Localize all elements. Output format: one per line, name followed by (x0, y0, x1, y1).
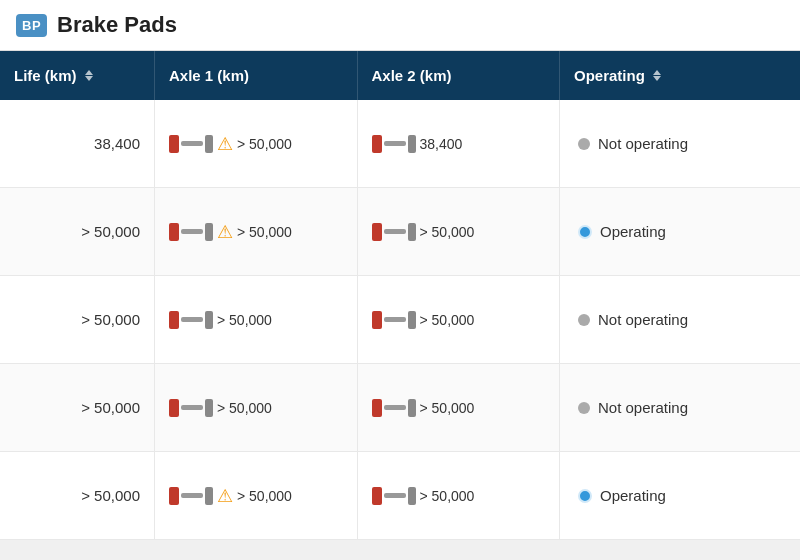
status-dot (578, 402, 590, 414)
pad-left-icon (169, 311, 179, 329)
cell-axle2: > 50,000 (358, 188, 561, 275)
col-life-label: Life (km) (14, 67, 77, 84)
axle2-inner: > 50,000 (372, 399, 475, 417)
axle2-value: > 50,000 (420, 488, 475, 504)
pad-track-icon (181, 317, 203, 322)
pad-right-icon (408, 487, 416, 505)
pad-right-icon (408, 223, 416, 241)
axle2-inner: > 50,000 (372, 487, 475, 505)
pad-track-icon (181, 405, 203, 410)
page-title: Brake Pads (57, 12, 177, 38)
pad-track-icon (181, 141, 203, 146)
axle2-pad-slider (372, 487, 416, 505)
table-row: 38,400 ⚠ > 50,000 38,400 Not operating (0, 100, 800, 188)
status-dot (578, 489, 592, 503)
table-body: 38,400 ⚠ > 50,000 38,400 Not operating >… (0, 100, 800, 540)
axle1-inner: ⚠ > 50,000 (169, 485, 292, 507)
axle1-inner: ⚠ > 50,000 (169, 221, 292, 243)
operating-label: Not operating (598, 311, 688, 328)
col-axle2: Axle 2 (km) (358, 51, 561, 100)
axle1-value: > 50,000 (217, 312, 272, 328)
app-header: BP Brake Pads (0, 0, 800, 51)
axle2-pad-slider (372, 399, 416, 417)
pad-track-icon (384, 317, 406, 322)
cell-axle1: > 50,000 (155, 276, 358, 363)
axle1-inner: > 50,000 (169, 399, 272, 417)
axle2-pad-slider (372, 135, 416, 153)
pad-left-icon (169, 487, 179, 505)
axle2-value: 38,400 (420, 136, 463, 152)
axle2-value: > 50,000 (420, 224, 475, 240)
cell-operating: Not operating (560, 276, 800, 363)
cell-life: 38,400 (0, 100, 155, 187)
warning-icon: ⚠ (217, 485, 233, 507)
axle1-pad-slider (169, 399, 213, 417)
cell-operating: Operating (560, 188, 800, 275)
cell-axle1: ⚠ > 50,000 (155, 188, 358, 275)
table-row: > 50,000 ⚠ > 50,000 > 50,000 Operating (0, 188, 800, 276)
operating-label: Not operating (598, 399, 688, 416)
table-row: > 50,000 ⚠ > 50,000 > 50,000 Operating (0, 452, 800, 540)
warning-icon: ⚠ (217, 133, 233, 155)
pad-track-icon (384, 493, 406, 498)
pad-right-icon (408, 311, 416, 329)
col-axle1-label: Axle 1 (km) (169, 67, 249, 84)
cell-operating: Operating (560, 452, 800, 539)
cell-axle2: 38,400 (358, 100, 561, 187)
axle2-value: > 50,000 (420, 312, 475, 328)
cell-axle2: > 50,000 (358, 276, 561, 363)
pad-left-icon (169, 135, 179, 153)
axle1-pad-slider (169, 487, 213, 505)
pad-track-icon (181, 493, 203, 498)
cell-axle2: > 50,000 (358, 452, 561, 539)
pad-right-icon (205, 135, 213, 153)
cell-axle1: ⚠ > 50,000 (155, 452, 358, 539)
pad-track-icon (181, 229, 203, 234)
col-operating[interactable]: Operating (560, 51, 800, 100)
cell-life: > 50,000 (0, 452, 155, 539)
axle1-value: > 50,000 (217, 400, 272, 416)
cell-life: > 50,000 (0, 364, 155, 451)
status-dot (578, 314, 590, 326)
axle1-value: > 50,000 (237, 488, 292, 504)
cell-axle2: > 50,000 (358, 364, 561, 451)
cell-operating: Not operating (560, 364, 800, 451)
pad-track-icon (384, 141, 406, 146)
status-dot (578, 138, 590, 150)
pad-right-icon (205, 487, 213, 505)
axle1-inner: ⚠ > 50,000 (169, 133, 292, 155)
pad-right-icon (408, 399, 416, 417)
pad-left-icon (372, 135, 382, 153)
bp-logo: BP (16, 14, 47, 37)
pad-right-icon (408, 135, 416, 153)
pad-left-icon (372, 311, 382, 329)
col-axle1: Axle 1 (km) (155, 51, 358, 100)
warning-icon: ⚠ (217, 221, 233, 243)
pad-left-icon (372, 487, 382, 505)
operating-label: Operating (600, 487, 666, 504)
pad-track-icon (384, 229, 406, 234)
cell-axle1: > 50,000 (155, 364, 358, 451)
axle2-inner: 38,400 (372, 135, 463, 153)
axle1-pad-slider (169, 311, 213, 329)
pad-left-icon (372, 223, 382, 241)
pad-right-icon (205, 223, 213, 241)
col-axle2-label: Axle 2 (km) (372, 67, 452, 84)
cell-axle1: ⚠ > 50,000 (155, 100, 358, 187)
axle2-inner: > 50,000 (372, 223, 475, 241)
axle1-value: > 50,000 (237, 224, 292, 240)
cell-life: > 50,000 (0, 188, 155, 275)
table-header: Life (km) Axle 1 (km) Axle 2 (km) Operat… (0, 51, 800, 100)
cell-operating: Not operating (560, 100, 800, 187)
axle2-inner: > 50,000 (372, 311, 475, 329)
sort-icon-operating (653, 70, 661, 81)
axle1-value: > 50,000 (237, 136, 292, 152)
pad-left-icon (169, 223, 179, 241)
axle1-inner: > 50,000 (169, 311, 272, 329)
col-operating-label: Operating (574, 67, 645, 84)
pad-right-icon (205, 399, 213, 417)
col-life[interactable]: Life (km) (0, 51, 155, 100)
sort-icon-life (85, 70, 93, 81)
axle1-pad-slider (169, 223, 213, 241)
axle1-pad-slider (169, 135, 213, 153)
